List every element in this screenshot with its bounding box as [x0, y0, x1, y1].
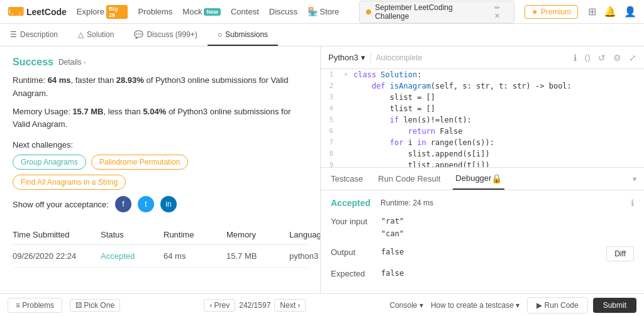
result-tabs: Testcase Run Code Result Debugger 🔒 ▾ — [321, 168, 644, 190]
accepted-badge: Accepted — [331, 198, 370, 208]
code-editor[interactable]: 1 + class Solution: 2 def isAnagram(self… — [321, 69, 644, 167]
run-code-button[interactable]: ▶ Run Code — [527, 297, 587, 313]
pick-one-button[interactable]: ⚄ Pick One — [70, 299, 120, 312]
problems-button[interactable]: ≡ Problems — [8, 298, 62, 313]
col-memory: Memory — [226, 230, 289, 239]
expected-value: false — [381, 268, 634, 280]
nav-contest[interactable]: Contest — [231, 7, 259, 16]
challenge-tags-2: Find All Anagrams in a String — [13, 175, 308, 190]
submissions-icon: ○ — [218, 30, 222, 39]
tab-bar: ☰ Description △ Solution 💬 Discuss (999+… — [0, 24, 644, 46]
tag-find-anagrams[interactable]: Find All Anagrams in a String — [13, 175, 126, 190]
info-icon[interactable]: ℹ — [574, 53, 577, 63]
nav-mock[interactable]: Mock New — [182, 7, 221, 16]
premium-button[interactable]: ★ Premium — [525, 5, 578, 19]
linkedin-share-button[interactable]: in — [160, 196, 177, 212]
col-status: Status — [101, 230, 164, 239]
tag-palindrome-permutation[interactable]: Palindrome Permutation — [91, 155, 189, 170]
col-language: Language — [289, 230, 321, 239]
tab-submissions[interactable]: ○ Submissions — [208, 24, 278, 46]
tab-description[interactable]: ☰ Description — [0, 24, 68, 46]
row-memory: 15.7 MB — [226, 251, 289, 261]
code-line-6: 6 return False — [321, 126, 644, 137]
challenges-label: Next challenges: — [13, 140, 308, 150]
nav-discuss[interactable]: Discuss — [269, 7, 298, 16]
memory-info: Memory Usage: 15.7 MB, less than 5.04% o… — [13, 106, 308, 132]
star-icon: ★ — [531, 8, 538, 16]
result-content: Accepted Runtime: 24 ms ℹ Your input "ra… — [321, 190, 644, 293]
logo[interactable]: ⌨ LeetCode — [8, 5, 67, 19]
row-status[interactable]: Accepted — [101, 251, 164, 261]
code-line-7: 7 for i in range(len(s)): — [321, 137, 644, 148]
code-line-5: 5 if len(s)!=len(t): — [321, 114, 644, 126]
tab-discuss[interactable]: 💬 Discuss (999+) — [124, 24, 207, 46]
output-value: false — [381, 246, 601, 258]
logo-icon: ⌨ — [8, 5, 24, 19]
nav-explore[interactable]: Explore Big 26 — [77, 5, 128, 19]
row-language: python3 — [289, 251, 321, 261]
mock-badge: New — [204, 8, 221, 16]
success-label: Success — [13, 57, 53, 68]
submissions-table: Time Submitted Status Runtime Memory Lan… — [13, 225, 308, 268]
refresh-icon[interactable]: ↺ — [598, 53, 606, 63]
page-info: 242/1597 — [239, 301, 270, 310]
next-button[interactable]: Next › — [274, 299, 306, 312]
fullscreen-icon[interactable]: ⤢ — [629, 53, 636, 63]
submit-button[interactable]: Submit — [593, 298, 636, 313]
console-area[interactable]: Console ▾ — [390, 301, 423, 310]
tab-solution[interactable]: △ Solution — [68, 24, 124, 46]
success-header: Success Details › — [13, 57, 308, 68]
settings-icon[interactable]: ⚙ — [613, 53, 621, 63]
challenge-close[interactable]: ✏ ✕ — [494, 4, 508, 20]
col-runtime: Runtime — [164, 230, 226, 239]
top-nav: ⌨ LeetCode Explore Big 26 Problems Mock … — [0, 0, 644, 24]
runtime-badge: Runtime: 24 ms — [380, 199, 433, 207]
user-icon[interactable]: 👤 — [624, 6, 636, 18]
input-value: "rat""can" — [381, 215, 634, 239]
autocomplete-toggle[interactable]: Autocomplete — [376, 53, 422, 62]
left-panel: Success Details › Runtime: 64 ms, faster… — [0, 46, 321, 293]
chevron-right-icon: › — [84, 59, 86, 66]
share-row: Show off your acceptance: f t in — [13, 196, 308, 212]
row-runtime: 64 ms — [164, 251, 226, 261]
main-layout: Success Details › Runtime: 64 ms, faster… — [0, 46, 644, 293]
nav-store[interactable]: 🏪 Store — [308, 7, 339, 16]
expand-icon[interactable]: ⟨⟩ — [584, 53, 591, 63]
language-selector[interactable]: Python3 ▾ — [328, 53, 365, 62]
challenge-banner[interactable]: September LeetCoding Challenge ✏ ✕ — [359, 1, 514, 23]
memory-percent: 5.04% — [143, 107, 166, 116]
right-bottom-bar: ▶ Run Code Submit — [527, 297, 636, 313]
expected-row: Expected false — [331, 268, 634, 280]
bell-icon[interactable]: 🔔 — [604, 6, 616, 18]
col-time: Time Submitted — [13, 230, 101, 239]
output-row: Output false Diff — [331, 246, 634, 261]
tab-run-code-result[interactable]: Run Code Result — [375, 168, 443, 190]
result-tab-arrow[interactable]: ▾ — [633, 175, 636, 183]
code-line-4: 4 tlist = [] — [321, 103, 644, 114]
runtime-value: 64 ms — [48, 75, 71, 85]
table-header: Time Submitted Status Runtime Memory Lan… — [13, 225, 308, 245]
explore-badge: Big 26 — [106, 5, 128, 19]
details-link[interactable]: Details › — [58, 58, 86, 67]
diff-button[interactable]: Diff — [606, 246, 634, 261]
dropdown-icon: ▾ — [361, 53, 365, 62]
code-line-3: 3 slist = [] — [321, 92, 644, 103]
twitter-share-button[interactable]: t — [138, 196, 154, 212]
bottom-bar: ≡ Problems ⚄ Pick One ‹ Prev 242/1597 Ne… — [0, 293, 644, 316]
prev-button[interactable]: ‹ Prev — [204, 299, 235, 312]
tab-debugger[interactable]: Debugger 🔒 — [453, 168, 504, 190]
tab-testcase[interactable]: Testcase — [328, 168, 365, 190]
result-info-icon[interactable]: ℹ — [631, 198, 634, 208]
layout-icon[interactable]: ⊞ — [588, 6, 596, 18]
discuss-icon: 💬 — [134, 30, 143, 39]
facebook-share-button[interactable]: f — [115, 196, 131, 212]
nav-icons: ⊞ 🔔 👤 — [588, 6, 636, 18]
testcase-area[interactable]: How to create a testcase ▾ — [431, 301, 519, 310]
nav-problems[interactable]: Problems — [138, 7, 172, 16]
editor-icons: ℹ ⟨⟩ ↺ ⚙ ⤢ — [574, 53, 636, 63]
accepted-row: Accepted Runtime: 24 ms ℹ — [331, 198, 634, 208]
runtime-info: Runtime: 64 ms, faster than 28.93% of Py… — [13, 74, 308, 101]
tag-group-anagrams[interactable]: Group Anagrams — [13, 155, 86, 170]
challenge-dot — [366, 9, 371, 14]
share-label: Show off your acceptance: — [13, 200, 109, 209]
